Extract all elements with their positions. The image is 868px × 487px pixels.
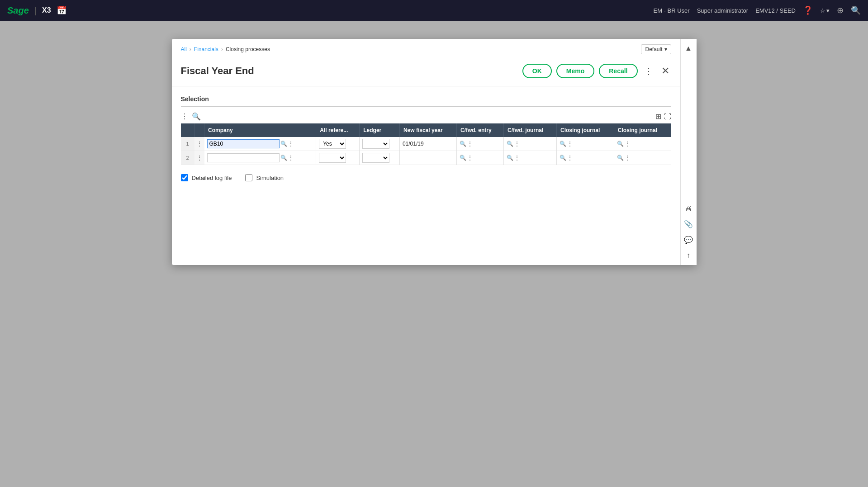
row-1-company[interactable]: 🔍 ⋮ (204, 137, 316, 151)
detailed-log-checkbox[interactable] (181, 174, 188, 181)
row-2-company[interactable]: 🔍 ⋮ (204, 151, 316, 165)
simulation-label: Simulation (256, 175, 284, 181)
closing-journal-2-2-search-icon[interactable]: 🔍 (617, 155, 624, 161)
role-label: Super administrator (697, 7, 748, 14)
row-1-closing-journal-1[interactable]: 🔍 ⋮ (557, 137, 614, 151)
breadcrumb-all[interactable]: All (181, 46, 187, 52)
table-layers-icon[interactable]: ⊞ (655, 112, 661, 121)
simulation-checkbox-item[interactable]: Simulation (245, 174, 284, 181)
header-company: Company (204, 123, 316, 137)
table-search-icon[interactable]: 🔍 (192, 112, 201, 121)
user-label: EM - BR User (654, 7, 690, 14)
row-2-closing-journal-2[interactable]: 🔍 ⋮ (614, 151, 671, 165)
detailed-log-label: Detailed log file (192, 175, 232, 181)
cfwd-entry-dots-icon[interactable]: ⋮ (467, 141, 473, 147)
all-refere-select[interactable]: Yes No (319, 139, 346, 149)
help-icon[interactable]: ❓ (803, 5, 813, 15)
page-title: Fiscal Year End (181, 65, 522, 77)
favorites-chevron: ▾ (826, 7, 830, 14)
ledger-select-2[interactable] (362, 153, 389, 163)
ok-button[interactable]: OK (522, 64, 552, 78)
closing-journal-2-dots-icon[interactable]: ⋮ (625, 141, 630, 147)
all-refere-select-2[interactable]: Yes No (319, 153, 346, 163)
closing-journal-1-dots-icon[interactable]: ⋮ (567, 141, 573, 147)
panel-sidebar: ▲ 🖨 📎 💬 ↑ (680, 39, 697, 265)
row-2-ledger[interactable] (360, 151, 400, 165)
simulation-checkbox[interactable] (245, 174, 252, 181)
row-1-all-refere[interactable]: Yes No (316, 137, 360, 151)
recall-button[interactable]: Recall (599, 64, 637, 78)
ledger-select[interactable] (362, 139, 389, 149)
row-2-actions[interactable]: ⋮ (194, 151, 204, 165)
panel-body: All › Financials › Closing processes Def… (172, 39, 680, 265)
row-1-dots-icon[interactable]: ⋮ (196, 140, 203, 147)
table-expand-icon[interactable]: ⛶ (664, 113, 671, 121)
cfwd-journal-dots-icon[interactable]: ⋮ (514, 141, 520, 147)
company-dots-icon[interactable]: ⋮ (288, 141, 294, 147)
breadcrumb-financials[interactable]: Financials (194, 46, 218, 52)
row-1-cfwd-entry[interactable]: 🔍 ⋮ (456, 137, 503, 151)
scroll-up-icon[interactable]: ▲ (683, 43, 694, 54)
close-button[interactable]: ✕ (659, 63, 671, 79)
panel: All › Financials › Closing processes Def… (172, 39, 697, 265)
breadcrumb-sep-2: › (221, 46, 223, 52)
row-1-closing-journal-2[interactable]: 🔍 ⋮ (614, 137, 671, 151)
section-title: Selection (181, 95, 671, 103)
share-icon[interactable]: ↑ (685, 250, 692, 261)
chat-icon[interactable]: 💬 (682, 234, 695, 246)
company-2-dots-icon[interactable]: ⋮ (288, 155, 294, 161)
row-1-actions[interactable]: ⋮ (194, 137, 204, 151)
default-dropdown[interactable]: Default ▾ (641, 44, 671, 54)
detailed-log-checkbox-item[interactable]: Detailed log file (181, 174, 232, 181)
header-closing-journal-1: Closing journal (557, 123, 614, 137)
cfwd-entry-search-icon[interactable]: 🔍 (460, 141, 466, 147)
row-2-cfwd-entry[interactable]: 🔍 ⋮ (456, 151, 503, 165)
header-num (181, 123, 194, 137)
header-cfwd-entry: C/fwd. entry (456, 123, 503, 137)
cfwd-journal-search-icon[interactable]: 🔍 (507, 141, 513, 147)
closing-journal-2-2-dots-icon[interactable]: ⋮ (625, 155, 630, 161)
company-input-2[interactable] (207, 153, 280, 162)
cfwd-entry-2-dots-icon[interactable]: ⋮ (467, 155, 473, 161)
company-input[interactable] (207, 139, 280, 148)
company-search-icon[interactable]: 🔍 (280, 141, 287, 147)
print-icon[interactable]: 🖨 (683, 203, 694, 214)
header-all-refere: All refere... (316, 123, 360, 137)
section-divider (181, 106, 671, 107)
table-row: 1 ⋮ 🔍 ⋮ (181, 137, 671, 151)
company-2-search-icon[interactable]: 🔍 (280, 155, 287, 161)
search-icon[interactable]: 🔍 (851, 5, 861, 15)
header-row-actions (194, 123, 204, 137)
closing-journal-1-2-search-icon[interactable]: 🔍 (560, 155, 566, 161)
main-content: All › Financials › Closing processes Def… (0, 21, 868, 283)
row-2-new-fiscal-year (399, 151, 456, 165)
row-2-closing-journal-1[interactable]: 🔍 ⋮ (557, 151, 614, 165)
default-label: Default (645, 46, 662, 52)
row-1-cfwd-journal[interactable]: 🔍 ⋮ (503, 137, 556, 151)
closing-journal-1-2-dots-icon[interactable]: ⋮ (567, 155, 573, 161)
row-2-cfwd-journal[interactable]: 🔍 ⋮ (503, 151, 556, 165)
memo-button[interactable]: Memo (556, 64, 594, 78)
row-2-num: 2 (181, 151, 194, 165)
instance-label: EMV12 / SEED (755, 7, 796, 14)
more-options-button[interactable]: ⋮ (642, 64, 655, 78)
cfwd-entry-2-search-icon[interactable]: 🔍 (460, 155, 466, 161)
favorites-button[interactable]: ☆ ▾ (820, 7, 830, 14)
panel-header: Fiscal Year End OK Memo Recall ⋮ ✕ (172, 58, 680, 86)
row-2-all-refere[interactable]: Yes No (316, 151, 360, 165)
cfwd-journal-2-dots-icon[interactable]: ⋮ (514, 155, 520, 161)
row-1-ledger[interactable] (360, 137, 400, 151)
cfwd-journal-2-search-icon[interactable]: 🔍 (507, 155, 513, 161)
closing-journal-1-search-icon[interactable]: 🔍 (560, 141, 566, 147)
row-2-dots-icon[interactable]: ⋮ (196, 154, 203, 161)
table-menu-icon[interactable]: ⋮ (181, 112, 188, 121)
sage-logo: Sage (7, 5, 29, 16)
header-ledger: Ledger (360, 123, 400, 137)
calendar-icon[interactable]: 📅 (57, 5, 66, 15)
star-icon: ☆ (820, 7, 825, 14)
checkboxes-row: Detailed log file Simulation (181, 174, 671, 181)
navigate-icon[interactable]: ⊕ (837, 5, 844, 15)
attachment-icon[interactable]: 📎 (682, 218, 695, 230)
closing-journal-2-search-icon[interactable]: 🔍 (617, 141, 624, 147)
topbar-divider: | (34, 5, 37, 16)
